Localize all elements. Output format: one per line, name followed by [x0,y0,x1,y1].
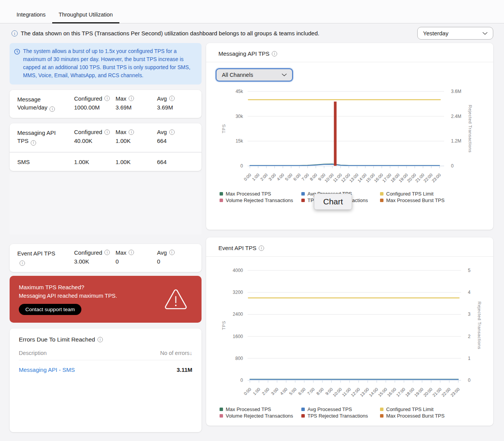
svg-text:45k: 45k [236,89,243,94]
svg-text:4: 4 [468,290,471,295]
info-icon[interactable]: i [104,129,110,135]
svg-text:10:00: 10:00 [324,172,334,183]
svg-text:11:00: 11:00 [341,387,352,397]
svg-text:18:00: 18:00 [390,172,400,183]
svg-text:1:00: 1:00 [252,387,261,396]
stat-column: Avgi0 [157,249,194,266]
info-icon[interactable]: i [272,51,277,56]
svg-text:3.6M: 3.6M [451,89,461,94]
event-api-tps-chart-card: Event API TPS i 400053200424003160028001… [206,237,493,426]
burst-notice: The system allows a burst of up to 1.5x … [10,43,202,85]
time-range-select[interactable]: Yesterday [417,27,493,40]
info-icon[interactable]: i [20,260,25,266]
chart-legend: Max Processed TPSAvg Processed TPSConfig… [220,406,493,419]
info-icon[interactable]: i [169,96,175,101]
event-tps-chart[interactable]: 400053200424003160028001000:001:002:003:… [215,265,484,400]
chart-plot-area[interactable]: 45k3.6M30k2.4M15k1.2M000:001:002:003:004… [206,85,493,189]
svg-text:23:00: 23:00 [431,172,441,183]
legend-chip [380,199,383,202]
info-icon[interactable]: i [31,140,36,146]
legend-item[interactable]: TPS Rejected Transactions [301,413,380,419]
svg-text:3: 3 [468,312,471,317]
svg-text:8:00: 8:00 [316,387,325,396]
legend-item[interactable]: Max Processed TPS [220,406,301,412]
messaging-api-tps-chart-card: Messaging API TPS i All Channels 45k3.6M… [206,43,493,230]
svg-text:4000: 4000 [233,268,243,273]
legend-item[interactable]: Max Processed TPS [220,191,301,197]
svg-text:20:00: 20:00 [406,172,417,183]
svg-text:1600: 1600 [233,334,243,339]
messaging-tps-chart[interactable]: 45k3.6M30k2.4M15k1.2M000:001:002:003:004… [215,85,484,187]
legend-item[interactable]: Configured TPS Limit [380,406,493,412]
svg-text:0:00: 0:00 [243,172,252,182]
svg-text:20:00: 20:00 [423,387,433,398]
table-row: Messaging API - SMS 3.11M [19,366,192,373]
error-count: 3.11M [177,366,192,373]
info-icon[interactable]: i [104,96,110,101]
chart-title: Messaging API TPS [218,50,269,57]
stat-column: Avgi3.69M [157,95,194,112]
stat-label-text: Configured [74,95,102,102]
stat-label-text: Configured [74,249,102,256]
stat-value: 3.69M [116,104,157,111]
stat-card-title-text: Messaging API TPS [17,129,56,144]
time-range-value: Yesterday [423,30,448,36]
svg-text:0: 0 [240,378,243,383]
stat-label-text: Avg [157,95,167,102]
svg-text:18:00: 18:00 [404,387,415,398]
svg-text:TPS: TPS [221,321,226,330]
svg-text:7:00: 7:00 [301,172,310,182]
info-icon[interactable]: i [259,245,264,251]
chart-title-row: Messaging API TPS i [206,43,493,62]
info-icon[interactable]: i [104,250,110,255]
tab-integrations[interactable]: Integrations [10,5,52,23]
col-no-of-errors[interactable]: No of errors↓ [160,350,192,356]
stat-column-label: Maxi [116,249,157,256]
info-icon[interactable]: i [129,96,134,101]
stat-column: Maxi0 [116,249,157,266]
legend-chip [380,414,383,418]
legend-item[interactable]: Avg Processed TPS [301,406,380,412]
svg-text:0: 0 [468,378,471,383]
stat-value: 3.00K [74,258,116,265]
contact-support-button[interactable]: Contact support team [19,304,81,315]
info-icon[interactable]: i [129,129,134,135]
info-icon[interactable]: i [50,106,55,112]
error-description-link[interactable]: Messaging API - SMS [19,366,75,373]
stat-column-label: Configuredi [74,249,116,256]
info-icon[interactable]: i [169,129,175,135]
svg-text:2:00: 2:00 [261,387,270,396]
burst-notice-text: The system allows a burst of up to 1.5x … [23,48,196,80]
legend-item[interactable]: Configured TPS Limit [380,191,493,197]
warning-triangle-icon [164,288,188,310]
tab-throughput-utilization[interactable]: Throughput Utilization [52,5,119,23]
legend-item[interactable]: Volume Rejected Transactions [220,197,301,203]
chart-plot-area[interactable]: 400053200424003160028001000:001:002:003:… [206,265,493,401]
stat-label-text: Max [116,249,126,256]
info-icon[interactable]: i [169,250,175,255]
legend-item[interactable]: Volume Rejected Transactions [220,413,301,419]
svg-text:21:00: 21:00 [431,387,442,398]
stat-column-label: Avgi [157,95,194,102]
legend-item[interactable]: Max Processed Burst TPS [380,413,493,419]
sub-row-value: 1.00K [74,159,116,165]
stat-column: Configuredi3.00K [74,249,116,266]
clock-icon [14,49,20,55]
legend-chip [220,192,223,196]
svg-text:19:00: 19:00 [413,387,424,398]
stat-label-text: Configured [74,129,102,135]
legend-label: Max Processed Burst TPS [386,413,445,419]
info-icon[interactable]: i [97,337,103,342]
stat-column-label: Avgi [157,129,194,135]
svg-text:17:00: 17:00 [395,387,406,398]
svg-text:23:00: 23:00 [449,387,460,398]
stat-card-title-text: Message Volume/day [17,96,47,111]
channel-filter-select[interactable]: All Channels [216,68,293,81]
legend-item[interactable]: Max Processed Burst TPS [380,197,493,203]
info-icon[interactable]: i [129,250,134,255]
stat-label-text: Avg [157,249,167,256]
stat-value: 3.69M [157,104,194,111]
svg-text:5: 5 [468,268,471,273]
info-icon[interactable]: i [12,30,18,36]
svg-text:10:00: 10:00 [332,387,343,398]
